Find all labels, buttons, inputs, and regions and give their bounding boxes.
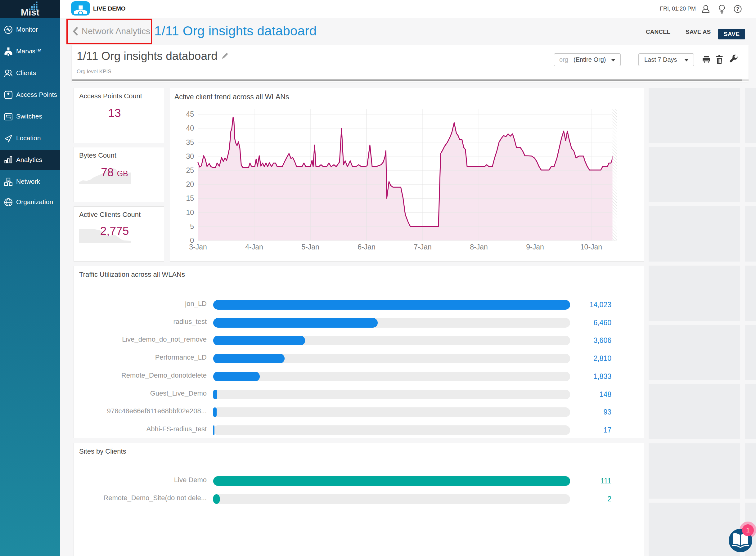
svg-text:8-Jan: 8-Jan	[470, 243, 488, 251]
svg-text:35: 35	[186, 138, 194, 146]
svg-text:3-Jan: 3-Jan	[189, 243, 207, 251]
svg-text:45: 45	[186, 110, 194, 118]
svg-text:15: 15	[186, 194, 194, 202]
svg-text:5: 5	[190, 222, 194, 231]
svg-text:30: 30	[186, 152, 194, 161]
svg-text:Active client trend across all: Active client trend across all WLANs	[174, 93, 289, 101]
svg-text:9-Jan: 9-Jan	[526, 243, 544, 251]
svg-text:7-Jan: 7-Jan	[414, 243, 432, 251]
svg-text:10: 10	[186, 209, 194, 216]
svg-text:20: 20	[186, 180, 194, 188]
svg-text:40: 40	[186, 124, 194, 132]
svg-text:5-Jan: 5-Jan	[301, 243, 319, 251]
svg-text:4-Jan: 4-Jan	[245, 243, 263, 251]
svg-text:6-Jan: 6-Jan	[357, 243, 376, 251]
svg-text:?: ?	[736, 6, 739, 12]
svg-text:25: 25	[186, 166, 194, 174]
svg-text:10-Jan: 10-Jan	[580, 243, 602, 251]
